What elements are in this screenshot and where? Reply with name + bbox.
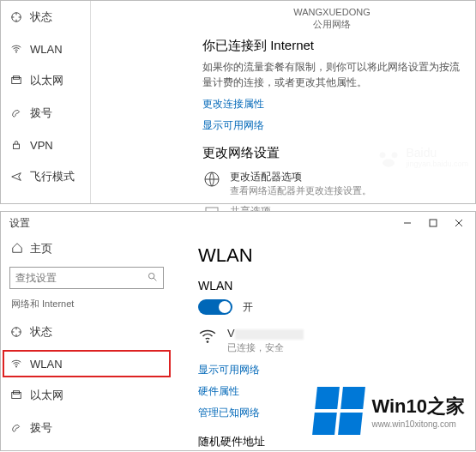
show-available-networks-link[interactable]: 显示可用网络 <box>198 363 461 377</box>
sidebar-item-label: VPN <box>30 139 53 152</box>
sidebar-item-label: 移动热点 <box>30 202 75 203</box>
screenshot-bottom: 设置 主页 网络和 Internet 状态 WLAN 以太网 <box>0 211 476 451</box>
maximize-button[interactable] <box>420 212 446 234</box>
status-icon <box>9 325 23 339</box>
sidebar-item-label: 状态 <box>30 9 52 25</box>
svg-point-13 <box>148 273 154 279</box>
sidebar-item-status[interactable]: 状态 <box>1 1 90 33</box>
titlebar: 设置 <box>1 212 475 234</box>
screenshot-top: 状态 WLAN 以太网 拨号 VPN 飞行模式 移动热点 数据使用量 <box>0 0 476 204</box>
connected-heading: 你已连接到 Internet <box>202 38 461 54</box>
home-icon <box>11 242 23 256</box>
sidebar-item-ethernet[interactable]: 以太网 <box>1 379 172 412</box>
network-meta: 已连接，安全 <box>227 341 304 354</box>
section-label: 网络和 Internet <box>1 298 172 316</box>
search-input[interactable] <box>15 272 147 284</box>
sidebar-item-label: WLAN <box>30 43 63 56</box>
wlan-sub-title: WLAN <box>198 279 461 292</box>
adapter-sub: 查看网络适配器并更改连接设置。 <box>230 184 371 197</box>
wlan-toggle-label: 开 <box>243 301 253 313</box>
dialup-icon <box>9 421 23 435</box>
wifi-icon <box>9 42 23 56</box>
network-name-blurred <box>235 329 304 340</box>
hotspot-icon <box>9 202 23 203</box>
dialup-icon <box>9 106 23 120</box>
show-available-networks-link[interactable]: 显示可用网络 <box>202 118 461 133</box>
svg-rect-4 <box>14 144 20 148</box>
sidebar-item-label: 飞行模式 <box>30 169 75 184</box>
sidebar-item-status[interactable]: 状态 <box>1 316 172 348</box>
airplane-icon <box>9 170 23 184</box>
home-label: 主页 <box>30 241 52 256</box>
hardware-properties-link[interactable]: 硬件属性 <box>198 384 461 399</box>
vpn-icon <box>9 138 23 152</box>
status-icon <box>9 10 23 24</box>
sidebar-item-label: 拨号 <box>30 105 52 121</box>
sidebar-item-wlan[interactable]: WLAN <box>1 348 172 379</box>
sidebar-item-airplane[interactable]: 飞行模式 <box>1 160 90 193</box>
change-network-settings-heading: 更改网络设置 <box>202 145 461 161</box>
adapter-title: 更改适配器选项 <box>230 170 371 184</box>
window-title: 设置 <box>9 216 30 231</box>
sidebar: 状态 WLAN 以太网 拨号 VPN 飞行模式 移动热点 数据使用量 <box>1 1 91 203</box>
random-hw-address-heading: 随机硬件地址 <box>198 434 461 449</box>
sidebar-item-dialup[interactable]: 拨号 <box>1 97 90 130</box>
ethernet-icon <box>9 389 23 402</box>
adapter-options-row[interactable]: 更改适配器选项 查看网络适配器并更改连接设置。 <box>202 170 461 197</box>
close-button[interactable] <box>446 212 472 234</box>
sidebar-item-label: 状态 <box>30 324 52 340</box>
content: WLAN WLAN 开 V 已连接，安全 显示可用网络 硬件属性 管理已知网络 … <box>172 234 475 451</box>
svg-rect-12 <box>430 220 437 226</box>
search-icon <box>147 271 158 285</box>
svg-point-15 <box>15 366 17 368</box>
wifi-icon <box>9 357 23 371</box>
ethernet-icon <box>9 74 23 87</box>
svg-point-1 <box>15 51 17 53</box>
search-box[interactable] <box>9 267 164 289</box>
sidebar-item-label: 拨号 <box>30 420 52 436</box>
network-name-prefix: V <box>227 327 235 340</box>
network-type: 公用网络 <box>202 18 461 31</box>
sidebar-item-hotspot[interactable]: 移动热点 <box>1 193 90 203</box>
current-network[interactable]: V 已连接，安全 <box>198 327 461 354</box>
change-connection-props-link[interactable]: 更改连接属性 <box>202 97 461 111</box>
manage-known-networks-link[interactable]: 管理已知网络 <box>198 406 461 420</box>
connected-description: 如果你的流量套餐有限制，则你可以将此网络设置为按流量计费的连接，或者更改其他属性… <box>202 59 461 90</box>
sidebar-item-label: 以太网 <box>30 73 63 88</box>
sidebar-item-label: 以太网 <box>30 388 63 403</box>
home-button[interactable]: 主页 <box>1 234 172 267</box>
minimize-button[interactable] <box>395 212 420 234</box>
wifi-icon <box>198 327 219 347</box>
svg-point-18 <box>207 341 209 343</box>
sidebar: 主页 网络和 Internet 状态 WLAN 以太网 拨号 <box>1 234 172 451</box>
page-title: WLAN <box>198 244 461 267</box>
sidebar-item-label: WLAN <box>30 358 63 371</box>
ssid-label: WANGXUEDONG <box>202 6 461 18</box>
sidebar-item-vpn[interactable]: VPN <box>1 130 90 160</box>
adapter-icon <box>202 170 221 189</box>
content: WANGXUEDONG 公用网络 你已连接到 Internet 如果你的流量套餐… <box>91 1 475 238</box>
sidebar-item-dialup[interactable]: 拨号 <box>1 412 172 444</box>
sidebar-item-ethernet[interactable]: 以太网 <box>1 64 90 97</box>
sidebar-item-wlan[interactable]: WLAN <box>1 33 90 64</box>
wlan-toggle[interactable] <box>198 299 232 315</box>
